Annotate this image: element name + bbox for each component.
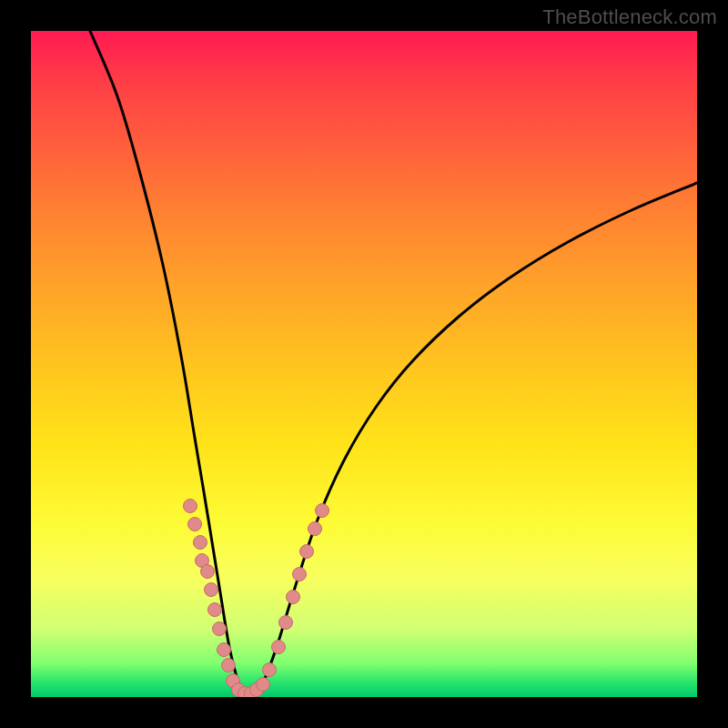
curve-layer — [31, 31, 697, 697]
data-dot — [316, 504, 329, 518]
data-dot — [194, 536, 207, 550]
data-dot — [217, 643, 231, 657]
watermark-text: TheBottleneck.com — [542, 5, 717, 29]
data-dot — [201, 565, 215, 579]
data-dot — [257, 678, 270, 692]
data-dot — [293, 568, 307, 581]
data-dot — [279, 616, 293, 630]
data-dot — [205, 583, 218, 597]
chart-frame: TheBottleneck.com — [0, 0, 728, 728]
data-dot — [208, 603, 222, 617]
data-dot — [213, 622, 227, 636]
data-dot — [188, 518, 202, 531]
data-dot — [222, 659, 236, 672]
bottleneck-curve — [90, 31, 697, 697]
data-dot — [184, 500, 197, 513]
data-dot — [287, 591, 300, 604]
data-dots — [184, 500, 329, 698]
data-dot — [308, 522, 322, 536]
data-dot — [263, 663, 277, 677]
data-dot — [300, 545, 314, 559]
data-dot — [272, 641, 286, 654]
